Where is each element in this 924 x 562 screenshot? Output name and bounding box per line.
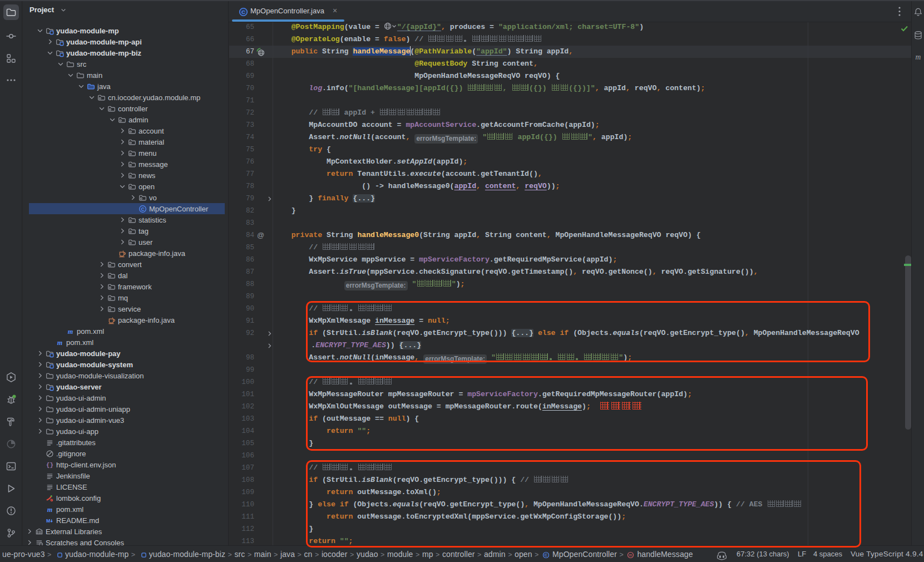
svg-text:m: m bbox=[629, 553, 633, 557]
svg-text:C: C bbox=[241, 9, 245, 15]
svg-text:m: m bbox=[68, 328, 73, 336]
svg-text:C: C bbox=[141, 206, 144, 212]
svg-text:m: m bbox=[57, 339, 62, 347]
svg-text:M: M bbox=[46, 518, 50, 524]
svg-text:C: C bbox=[545, 553, 548, 558]
svg-text:m: m bbox=[916, 53, 921, 61]
svg-text:{}: {} bbox=[46, 462, 53, 469]
svg-text:m: m bbox=[47, 506, 52, 514]
